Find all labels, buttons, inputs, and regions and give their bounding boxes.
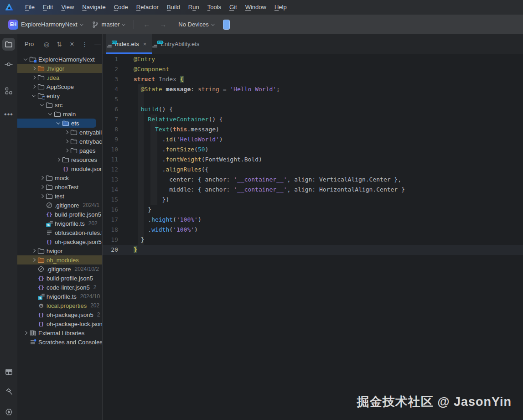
tree-item-entrybackupability[interactable]: entrybackupability	[17, 137, 102, 146]
chevron-right-icon[interactable]	[30, 83, 37, 90]
device-phone-icon[interactable]	[223, 20, 230, 30]
code-line-8[interactable]: 8 Text(this.message)	[103, 124, 523, 135]
line-number[interactable]: 16	[103, 205, 134, 215]
code-line-5[interactable]: 5	[103, 94, 523, 104]
editor-tab-index-ets[interactable]: ETSIndex.ets×	[106, 34, 152, 54]
menu-item-tools[interactable]: Tools	[203, 0, 225, 15]
line-number[interactable]: 11	[103, 155, 134, 165]
line-number[interactable]: 19	[103, 235, 134, 245]
line-number[interactable]: 10	[103, 145, 134, 155]
tree-item-appscope[interactable]: AppScope	[17, 82, 102, 91]
tree-item-entry[interactable]: entry	[17, 91, 102, 100]
line-number[interactable]: 18	[103, 225, 134, 235]
device-selector[interactable]: No Devices	[176, 19, 217, 30]
chevron-down-icon[interactable]	[55, 119, 62, 127]
line-number[interactable]: 13	[103, 175, 134, 185]
layout-tool-button[interactable]	[2, 365, 15, 378]
line-number[interactable]: 4	[103, 84, 134, 94]
tree-item-ohostest[interactable]: ohosTest	[17, 182, 102, 192]
menu-item-file[interactable]: File	[21, 0, 39, 15]
code-line-12[interactable]: 12 .alignRules({	[103, 165, 523, 175]
build-tool-button[interactable]	[2, 385, 15, 398]
code-line-17[interactable]: 17 .height('100%')	[103, 215, 523, 225]
tree-item-hvigor[interactable]: hvigor	[17, 246, 102, 255]
tree-item-oh-modules[interactable]: oh_modules	[17, 255, 102, 264]
line-number[interactable]: 1	[103, 54, 134, 64]
services-tool-button[interactable]	[2, 405, 15, 418]
tree-item-test[interactable]: test	[17, 192, 102, 201]
chevron-right-icon[interactable]	[63, 147, 70, 154]
commit-tool-button[interactable]	[2, 58, 15, 71]
tree-item-pages[interactable]: pages	[17, 146, 102, 155]
line-number[interactable]: 3	[103, 74, 134, 84]
chevron-down-icon[interactable]	[22, 56, 29, 63]
chevron-right-icon[interactable]	[63, 138, 70, 145]
chevron-right-icon[interactable]	[38, 183, 46, 191]
tree-item--gitignore[interactable]: .gitignore2024/10/2	[17, 264, 102, 274]
tree-item-hvigorfile-ts[interactable]: TShvigorfile.ts2024/10	[17, 292, 102, 301]
menu-item-window[interactable]: Window	[241, 0, 270, 15]
chevron-right-icon[interactable]	[38, 174, 46, 181]
tree-item-resources[interactable]: resources	[17, 155, 102, 164]
menu-item-view[interactable]: View	[57, 0, 78, 15]
tree-item-hvigorfile-ts[interactable]: TShvigorfile.ts202	[17, 219, 102, 228]
code-line-2[interactable]: 2@Component	[103, 64, 523, 74]
code-line-14[interactable]: 14 middle: { anchor: '__container__', al…	[103, 185, 523, 195]
chevron-right-icon[interactable]	[30, 65, 37, 72]
tree-item-mock[interactable]: mock	[17, 173, 102, 182]
menu-item-help[interactable]: Help	[270, 0, 291, 15]
project-widget[interactable]: EH ExploreHarmonyNext	[5, 18, 86, 31]
code-line-15[interactable]: 15 })	[103, 195, 523, 205]
code-line-20[interactable]: 20}	[103, 245, 523, 255]
code-line-1[interactable]: 1@Entry	[103, 54, 523, 64]
chevron-down-icon[interactable]	[47, 110, 54, 118]
tree-item-exploreharmonynext[interactable]: ExploreHarmonyNext	[17, 55, 102, 64]
navigate-forward-button[interactable]: →	[156, 21, 170, 28]
tree-item-main[interactable]: main	[17, 109, 102, 119]
tree-item-build-profile-json5[interactable]: {}build-profile.json5	[17, 210, 102, 219]
line-number[interactable]: 9	[103, 135, 134, 145]
code-line-11[interactable]: 11 .fontWeight(FontWeight.Bold)	[103, 155, 523, 165]
menu-item-edit[interactable]: Edit	[39, 0, 57, 15]
code-line-6[interactable]: 6 build() {	[103, 104, 523, 114]
tree-item-obfuscation-rules-txt[interactable]: obfuscation-rules.txt	[17, 228, 102, 237]
tree-item-oh-package-json5[interactable]: {}oh-package.json5	[17, 237, 102, 246]
line-number[interactable]: 7	[103, 114, 134, 124]
tree-item-local-properties[interactable]: ⚙local.properties202	[17, 301, 102, 310]
chevron-right-icon[interactable]	[30, 74, 37, 81]
chevron-down-icon[interactable]	[38, 101, 46, 109]
more-tools-button[interactable]: •••	[2, 108, 15, 121]
tree-item-build-profile-json5[interactable]: {}build-profile.json5	[17, 274, 102, 283]
menu-item-code[interactable]: Code	[110, 0, 132, 15]
vcs-branch-widget[interactable]: master	[89, 19, 128, 30]
line-number[interactable]: 5	[103, 94, 134, 104]
chevron-right-icon[interactable]	[55, 156, 62, 163]
close-tab-icon[interactable]: ×	[143, 41, 147, 47]
tree-item-entryability[interactable]: entryability	[17, 128, 102, 137]
menu-item-run[interactable]: Run	[184, 0, 203, 15]
chevron-right-icon[interactable]	[30, 247, 37, 254]
menu-item-navigate[interactable]: Navigate	[78, 0, 109, 15]
navigate-back-button[interactable]: ←	[140, 21, 153, 28]
chevron-right-icon[interactable]	[22, 329, 29, 337]
line-number[interactable]: 14	[103, 185, 134, 195]
line-number[interactable]: 15	[103, 195, 134, 205]
code-editor[interactable]: 1@Entry2@Component3struct Index {4 @Stat…	[103, 54, 523, 420]
menu-item-build[interactable]: Build	[163, 0, 184, 15]
chevron-right-icon[interactable]	[30, 256, 37, 264]
locate-icon[interactable]: ◎	[41, 41, 52, 48]
tree-item--idea[interactable]: .idea	[17, 73, 102, 82]
tree-item--gitignore[interactable]: .gitignore2024/1	[17, 201, 102, 210]
line-number[interactable]: 8	[103, 124, 134, 135]
chevron-down-icon[interactable]	[30, 92, 37, 99]
tree-item-ets[interactable]: ets	[17, 119, 96, 128]
line-number[interactable]: 20	[103, 245, 134, 255]
code-line-16[interactable]: 16 }	[103, 205, 523, 215]
expand-all-icon[interactable]: ⇅	[54, 41, 65, 48]
line-number[interactable]: 2	[103, 64, 134, 74]
tree-item--hvigor[interactable]: .hvigor	[17, 64, 102, 73]
code-line-18[interactable]: 18 .width('100%')	[103, 225, 523, 235]
collapse-all-icon[interactable]: ×	[67, 40, 78, 48]
project-tool-button[interactable]	[2, 38, 15, 51]
tree-item-scratches-and-consoles[interactable]: Scratches and Consoles	[17, 337, 102, 347]
